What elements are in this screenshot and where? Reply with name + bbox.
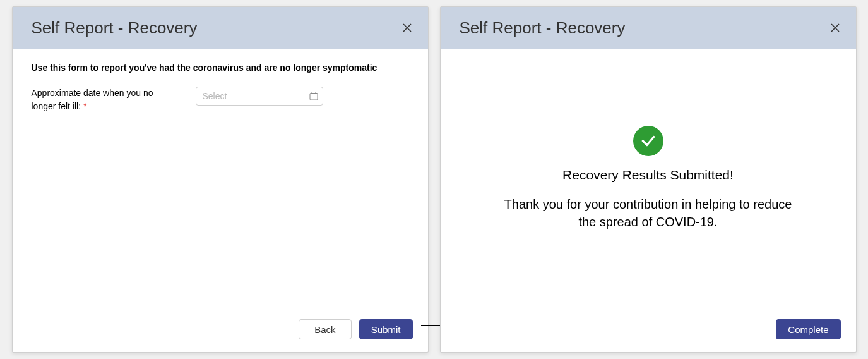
recovery-date-input[interactable]	[196, 87, 323, 106]
close-icon	[830, 23, 840, 33]
success-check-circle	[633, 126, 663, 156]
checkmark-icon	[640, 133, 657, 149]
complete-button[interactable]: Complete	[776, 319, 840, 339]
close-button[interactable]	[828, 21, 842, 35]
modal-header: Self Report - Recovery	[441, 7, 856, 49]
back-button[interactable]: Back	[299, 319, 352, 339]
modal-title: Self Report - Recovery	[32, 18, 198, 38]
submit-button[interactable]: Submit	[359, 319, 413, 339]
modal-footer: Back Submit	[13, 308, 428, 352]
date-form-row: Approximate date when you no longer felt…	[32, 87, 409, 113]
recovery-success-modal: Self Report - Recovery Recovery Results …	[440, 6, 857, 353]
date-input-wrapper	[196, 87, 323, 106]
required-asterisk: *	[83, 101, 86, 111]
modal-title: Self Report - Recovery	[460, 18, 626, 38]
modal-footer: Complete	[441, 308, 856, 352]
recovery-form-modal: Self Report - Recovery Use this form to …	[12, 6, 429, 353]
success-body: Recovery Results Submitted! Thank you fo…	[441, 49, 856, 308]
success-message: Thank you for your contribution in helpi…	[503, 195, 794, 231]
close-button[interactable]	[400, 21, 414, 35]
date-field-label: Approximate date when you no longer felt…	[32, 87, 158, 113]
success-title: Recovery Results Submitted!	[562, 167, 734, 183]
date-label-text: Approximate date when you no longer felt…	[32, 88, 153, 111]
modal-body: Use this form to report you've had the c…	[13, 49, 428, 308]
modal-header: Self Report - Recovery	[13, 7, 428, 49]
form-instruction: Use this form to report you've had the c…	[32, 63, 409, 73]
close-icon	[402, 23, 412, 33]
